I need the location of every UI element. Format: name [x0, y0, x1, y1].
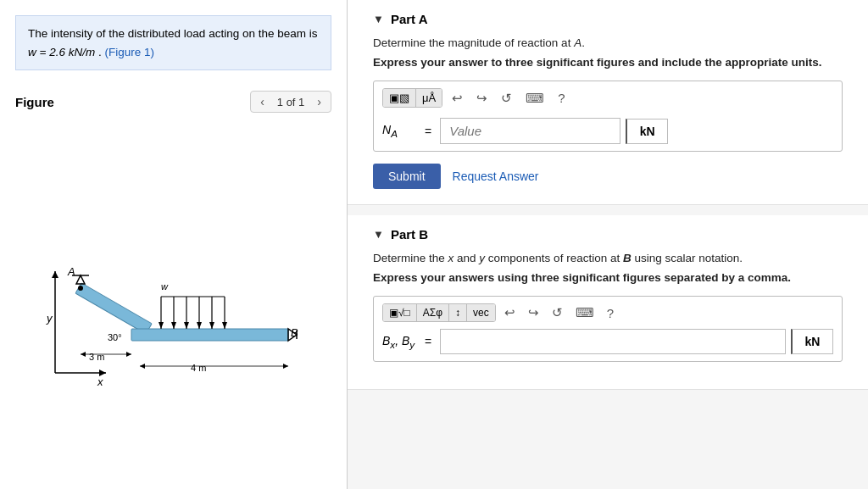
vec-btn-b[interactable]: vec — [467, 304, 495, 321]
part-b-equals: = — [425, 335, 431, 348]
problem-statement: The intensity of the distributed load ac… — [15, 15, 331, 70]
figure-bar: Figure ‹ 1 of 1 › — [0, 82, 347, 121]
part-b-input-row: Bx, By = kN — [382, 329, 833, 354]
request-answer-link-a[interactable]: Request Answer — [453, 169, 539, 183]
part-b-var-label: Bx, By — [382, 334, 416, 350]
help-btn-b[interactable]: ? — [603, 304, 618, 322]
part-a-unit: kN — [626, 119, 668, 144]
figure-link[interactable]: (Figure 1) — [104, 46, 154, 58]
part-a-equals: = — [425, 125, 431, 138]
reset-btn-b[interactable]: ↺ — [548, 303, 567, 322]
part-a-actions: Submit Request Answer — [373, 164, 843, 189]
part-a-answer-box: ▣▧ μÅ ↩ ↪ ↺ ⌨ ? NA = kN — [373, 81, 843, 152]
part-a-input-row: NA = kN — [382, 118, 833, 144]
svg-marker-9 — [76, 275, 85, 284]
svg-marker-25 — [171, 322, 176, 329]
problem-text1: The intensity of the distributed load ac… — [28, 27, 317, 40]
undo-btn-a[interactable]: ↩ — [448, 89, 467, 108]
svg-marker-33 — [222, 322, 227, 329]
svg-rect-6 — [75, 283, 152, 334]
redo-btn-b[interactable]: ↪ — [524, 303, 543, 322]
page-info: 1 of 1 — [274, 96, 309, 108]
mu-btn[interactable]: μÅ — [416, 89, 442, 107]
svg-marker-23 — [159, 322, 164, 329]
svg-text:A: A — [67, 265, 75, 278]
svg-text:y: y — [46, 312, 53, 325]
format-btn-group-b: ▣√□ ΑΣφ ↕ vec — [382, 303, 496, 322]
sigma-btn-b[interactable]: ΑΣφ — [417, 304, 449, 321]
part-a-question: Determine the magnitude of reaction at A… — [373, 36, 843, 49]
svg-rect-7 — [131, 329, 288, 341]
svg-text:w: w — [161, 281, 169, 292]
svg-marker-15 — [81, 352, 86, 357]
svg-marker-31 — [209, 322, 214, 329]
figure-label: Figure — [15, 95, 54, 109]
part-a-header: ▼ Part A — [373, 12, 843, 26]
prev-figure-button[interactable]: ‹ — [256, 93, 269, 110]
svg-text:3 m: 3 m — [89, 352, 104, 362]
part-b-section: ▼ Part B Determine the x and y component… — [348, 215, 868, 390]
svg-marker-27 — [184, 322, 189, 329]
help-btn-a[interactable]: ? — [554, 89, 569, 107]
next-figure-button[interactable]: › — [313, 93, 326, 110]
part-b-question: Determine the x and y components of reac… — [373, 252, 843, 264]
section-spacer — [348, 205, 868, 215]
svg-marker-4 — [52, 271, 58, 278]
svg-marker-29 — [197, 322, 202, 329]
part-a-section: ▼ Part A Determine the magnitude of reac… — [348, 0, 868, 205]
format-btn-group-a: ▣▧ μÅ — [382, 88, 442, 108]
reset-btn-a[interactable]: ↺ — [497, 89, 516, 108]
part-b-note: Express your answers using three signifi… — [373, 271, 843, 284]
part-a-var-label: NA — [382, 123, 416, 139]
keyboard-btn-b[interactable]: ⌨ — [571, 303, 598, 322]
svg-text:4 m: 4 m — [191, 363, 206, 373]
part-a-title: Part A — [391, 12, 428, 26]
part-a-collapse-arrow[interactable]: ▼ — [373, 13, 384, 25]
left-panel: The intensity of the distributed load ac… — [0, 0, 348, 489]
figure-nav: ‹ 1 of 1 › — [250, 91, 331, 113]
matrix-btn[interactable]: ▣▧ — [383, 89, 416, 107]
part-b-unit: kN — [791, 329, 833, 354]
figure-area: y x A 30° 3 m — [0, 121, 347, 489]
svg-text:30°: 30° — [108, 332, 122, 342]
svg-point-8 — [78, 286, 83, 291]
arrow-btn-b[interactable]: ↕ — [449, 304, 467, 321]
undo-btn-b[interactable]: ↩ — [500, 303, 520, 322]
part-b-toolbar: ▣√□ ΑΣφ ↕ vec ↩ ↪ ↺ ⌨ ? — [382, 303, 833, 322]
figure-diagram: y x A 30° 3 m — [30, 220, 318, 390]
svg-marker-19 — [140, 364, 145, 369]
part-b-title: Part B — [391, 227, 428, 242]
submit-button-a[interactable]: Submit — [373, 164, 441, 189]
svg-marker-16 — [126, 352, 131, 357]
redo-btn-a[interactable]: ↪ — [472, 89, 492, 108]
part-b-value-input[interactable] — [440, 329, 786, 354]
part-a-note: Express your answer to three significant… — [373, 56, 843, 69]
part-a-toolbar: ▣▧ μÅ ↩ ↪ ↺ ⌨ ? — [382, 88, 833, 111]
svg-marker-20 — [283, 364, 288, 369]
svg-text:x: x — [97, 375, 103, 388]
keyboard-btn-a[interactable]: ⌨ — [521, 89, 548, 108]
part-b-answer-box: ▣√□ ΑΣφ ↕ vec ↩ ↪ ↺ ⌨ ? Bx, By = kN — [373, 296, 843, 362]
matrix-btn-b[interactable]: ▣√□ — [383, 304, 417, 321]
problem-math: w = 2.6 kN/m — [28, 46, 95, 58]
right-panel: ▼ Part A Determine the magnitude of reac… — [348, 0, 868, 489]
part-b-collapse-arrow[interactable]: ▼ — [373, 228, 384, 241]
part-b-header: ▼ Part B — [373, 227, 843, 242]
part-a-value-input[interactable] — [440, 118, 620, 144]
